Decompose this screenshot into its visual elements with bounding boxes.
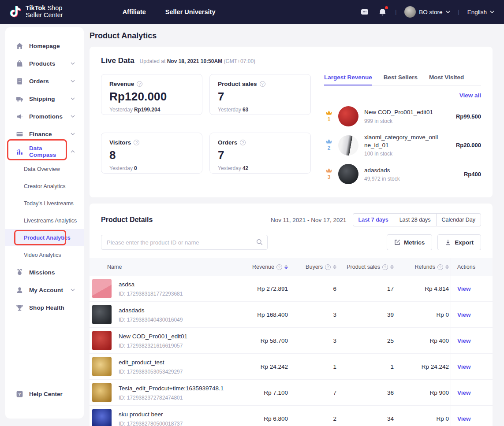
chevron-down-icon <box>71 114 75 119</box>
edit-square-icon <box>394 239 400 245</box>
product-image <box>92 383 112 402</box>
store-avatar <box>404 6 416 18</box>
product-image <box>92 331 112 350</box>
sidebar-subitem-video-analytics[interactable]: Video Analytics <box>5 246 84 263</box>
top-products-panel: Largest Revenue Best Sellers Most Visite… <box>324 74 481 184</box>
column-buyers[interactable]: Buyers? <box>290 264 338 270</box>
sidebar-subitem-data-overview[interactable]: Data Overview <box>5 160 84 178</box>
table-row: New COD_Pro001_edit01ID: 172938232161661… <box>90 328 493 354</box>
info-icon[interactable]: ? <box>260 81 265 87</box>
chevron-down-icon <box>71 79 75 83</box>
top-header: TikTok Shop Seller Center Affiliate Sell… <box>0 0 504 24</box>
top-product-row[interactable]: 3 adasdads 49,972 in stock Rp400 <box>324 164 481 184</box>
sidebar-subitem-livestreams-analytics[interactable]: Livestreams Analytics <box>5 212 84 229</box>
sort-icon <box>333 265 336 269</box>
document-icon <box>16 78 23 85</box>
download-icon <box>445 239 451 245</box>
view-link[interactable]: View <box>457 285 471 292</box>
info-icon[interactable]: ? <box>276 264 282 270</box>
sidebar-subitem-todays-livestreams[interactable]: Today's Livestreams <box>5 195 84 212</box>
sidebar-item-missions[interactable]: Missions <box>5 263 84 281</box>
view-link[interactable]: View <box>457 337 471 344</box>
product-search-input[interactable] <box>101 235 268 250</box>
tab-most-visited[interactable]: Most Visited <box>429 74 464 85</box>
top-product-row[interactable]: 2 xiaomi_category_move_online_id_01 100 … <box>324 133 481 157</box>
megaphone-icon <box>16 113 23 120</box>
top-product-row[interactable]: 1 New COD_Pro001_edit01 999 in stock Rp9… <box>324 106 481 126</box>
product-image <box>92 279 112 298</box>
table-row: edit_product_testID: 1729383053053429297… <box>90 354 493 380</box>
visitors-value: 8 <box>109 148 194 162</box>
sidebar-item-data-compass[interactable]: Data Compass <box>5 143 84 160</box>
divider: | <box>458 9 459 15</box>
column-refunds[interactable]: Refunds? <box>396 264 451 270</box>
view-link[interactable]: View <box>457 363 471 370</box>
product-table: Name Revenue? Buyers? Product sales? Ref… <box>90 258 493 426</box>
divider: | <box>395 9 396 15</box>
sidebar-item-finance[interactable]: Finance <box>5 125 84 143</box>
last-28-days-button[interactable]: Last 28 days <box>394 214 436 226</box>
top-nav: Affiliate Seller University <box>123 8 216 15</box>
info-icon[interactable]: ? <box>325 264 331 270</box>
tab-largest-revenue[interactable]: Largest Revenue <box>324 74 372 85</box>
chevron-down-icon <box>446 10 450 14</box>
language-selector[interactable]: English <box>467 9 494 15</box>
rank-2-crown-icon: 2 <box>324 139 334 152</box>
info-icon[interactable]: ? <box>437 264 443 270</box>
card-icon <box>16 130 23 138</box>
stat-card-visitors: Visitors? 8 Yesterday0 <box>101 133 202 174</box>
sidebar-subitem-product-analytics[interactable]: Product Analytics <box>5 229 84 246</box>
sidebar-item-shipping[interactable]: Shipping <box>5 90 84 107</box>
table-row: Tesla_edit_Prodcut+time:1635939748.1ID: … <box>90 380 493 406</box>
sidebar-item-my-account[interactable]: My Account <box>5 281 84 299</box>
sidebar-subitem-creator-analytics[interactable]: Creator Analytics <box>5 178 84 195</box>
chevron-down-icon <box>71 96 75 101</box>
column-name: Name <box>90 264 237 270</box>
last-7-days-button[interactable]: Last 7 days <box>353 214 394 226</box>
medal-icon <box>16 269 23 276</box>
info-icon[interactable]: ? <box>382 264 388 270</box>
nav-affiliate[interactable]: Affiliate <box>123 8 146 15</box>
stat-card-revenue: Revenue? Rp120.000 YesterdayRp199.204 <box>101 74 202 115</box>
column-product-sales[interactable]: Product sales? <box>338 264 396 270</box>
table-row: asdsaID: 1729383181772293681 Rp 272.891 … <box>90 276 493 302</box>
search-icon[interactable] <box>256 239 263 245</box>
chevron-down-icon <box>490 10 494 14</box>
view-link[interactable]: View <box>457 415 471 422</box>
logo-text: TikTok Shop Seller Center <box>26 5 63 19</box>
stat-card-orders: Orders? 7 Yesterday42 <box>209 133 311 174</box>
sidebar-item-products[interactable]: Products <box>5 55 84 72</box>
table-row: adasdadsID: 1729383040430016049 Rp 168.4… <box>90 302 493 328</box>
chevron-down-icon <box>71 288 75 292</box>
metrics-button[interactable]: Metrics <box>387 234 432 250</box>
export-button[interactable]: Export <box>437 234 481 250</box>
nav-seller-university[interactable]: Seller University <box>165 8 216 15</box>
tiktok-shop-logo[interactable]: TikTok Shop Seller Center <box>9 4 63 19</box>
view-all-link[interactable]: View all <box>459 92 481 99</box>
product-image <box>92 357 112 376</box>
messages-icon[interactable] <box>360 7 370 17</box>
sidebar-item-homepage[interactable]: Homepage <box>5 37 84 55</box>
info-icon[interactable]: ? <box>134 140 139 145</box>
notifications-bell-icon[interactable] <box>377 7 387 17</box>
view-link[interactable]: View <box>457 389 471 396</box>
calendar-day-button[interactable]: Calendar Day <box>436 214 481 226</box>
sidebar-item-help-center[interactable]: ? Help Center <box>5 385 84 403</box>
info-icon[interactable]: ? <box>240 140 246 145</box>
product-image <box>92 409 112 426</box>
product-image <box>338 106 358 126</box>
bag-icon <box>16 60 23 67</box>
sidebar-item-orders[interactable]: Orders <box>5 72 84 90</box>
product-details-title: Product Details <box>101 216 153 224</box>
person-icon <box>16 286 23 294</box>
sidebar-item-promotions[interactable]: Promotions <box>5 107 84 125</box>
sidebar-item-shop-health[interactable]: Shop Health <box>5 299 84 316</box>
home-icon <box>16 42 23 50</box>
notification-badge <box>385 6 388 9</box>
column-revenue[interactable]: Revenue? <box>237 264 290 270</box>
info-icon[interactable]: ? <box>137 81 142 87</box>
store-switcher[interactable]: BO store <box>404 6 450 18</box>
tab-best-sellers[interactable]: Best Sellers <box>384 74 418 85</box>
view-link[interactable]: View <box>457 311 471 318</box>
rank-1-crown-icon: 1 <box>324 110 334 123</box>
